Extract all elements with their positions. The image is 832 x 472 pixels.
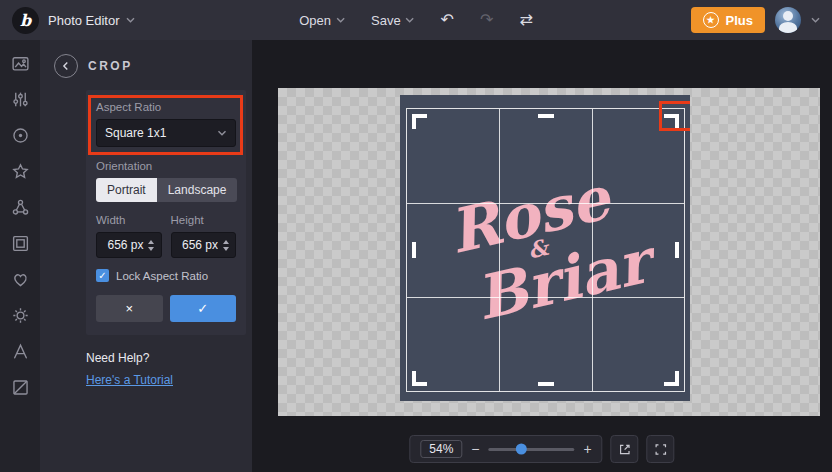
crop-handle-top[interactable] bbox=[538, 114, 554, 118]
checkmark-icon: ✓ bbox=[197, 301, 208, 316]
width-input[interactable] bbox=[97, 238, 147, 252]
zoom-out-button[interactable]: − bbox=[471, 442, 479, 456]
crop-gridline bbox=[407, 203, 684, 204]
dimensions-row: Width Height bbox=[96, 214, 236, 258]
open-label: Open bbox=[299, 13, 331, 28]
crop-handle-right[interactable] bbox=[675, 242, 679, 258]
zoom-slider[interactable] bbox=[489, 448, 575, 451]
undo-icon[interactable]: ↶ bbox=[441, 12, 454, 28]
stepper-up-icon[interactable] bbox=[223, 240, 229, 244]
orientation-landscape-button[interactable]: Landscape bbox=[157, 178, 238, 202]
crop-gridline bbox=[407, 297, 684, 298]
graphics-nodes-icon[interactable] bbox=[11, 198, 30, 217]
avatar[interactable] bbox=[775, 7, 801, 33]
transparency-checkerboard: Rose & Briar bbox=[278, 88, 820, 416]
check-icon: ✓ bbox=[98, 270, 106, 281]
edit-photo-icon[interactable] bbox=[11, 54, 30, 73]
crop-settings-card: Aspect Ratio Square 1x1 Orientation Port… bbox=[86, 90, 246, 335]
overlays-icon[interactable] bbox=[11, 378, 30, 397]
redo-icon[interactable]: ↷ bbox=[480, 12, 493, 28]
fit-screen-icon bbox=[653, 442, 668, 457]
aspect-ratio-dropdown[interactable]: Square 1x1 bbox=[96, 119, 236, 147]
photo-layer: Rose & Briar bbox=[400, 95, 690, 401]
apply-crop-button[interactable]: ✓ bbox=[170, 295, 237, 322]
crop-handle-top-right[interactable] bbox=[664, 114, 679, 129]
befunky-logo: b bbox=[12, 7, 39, 34]
orientation-portrait-button[interactable]: Portrait bbox=[96, 178, 157, 202]
save-menu[interactable]: Save bbox=[371, 13, 415, 28]
crop-handle-bottom[interactable] bbox=[538, 382, 554, 386]
touchup-icon[interactable] bbox=[11, 126, 30, 145]
panel-title: CROP bbox=[88, 59, 133, 73]
orientation-segmented-control: Portrait Landscape bbox=[96, 178, 237, 202]
width-label: Width bbox=[96, 214, 162, 226]
crop-gridline bbox=[499, 109, 500, 391]
stepper-up-icon[interactable] bbox=[148, 240, 154, 244]
tutorial-link[interactable]: Here's a Tutorial bbox=[86, 373, 173, 387]
textures-gear-icon[interactable] bbox=[11, 306, 30, 325]
effects-star-icon[interactable] bbox=[11, 162, 30, 181]
orientation-section: Orientation Portrait Landscape bbox=[96, 160, 236, 202]
open-in-full-icon bbox=[617, 442, 632, 457]
topbar: b Photo Editor Open Save ↶ ↷ ⇄ bbox=[0, 0, 832, 40]
frames-icon[interactable] bbox=[11, 234, 30, 253]
tool-rail bbox=[0, 40, 40, 472]
orientation-label: Orientation bbox=[96, 160, 236, 172]
panel-header: CROP bbox=[40, 54, 252, 78]
crop-handle-top-left[interactable] bbox=[412, 114, 427, 129]
star-glyph: ★ bbox=[706, 15, 714, 25]
crop-box[interactable] bbox=[406, 108, 685, 392]
revert-icon[interactable]: ⇄ bbox=[519, 12, 532, 28]
photo-editor-app: b Photo Editor Open Save ↶ ↷ ⇄ bbox=[0, 0, 832, 472]
cancel-crop-button[interactable]: × bbox=[96, 295, 163, 322]
main-body: CROP Aspect Ratio Square 1x1 Orientation bbox=[0, 40, 832, 472]
adjust-sliders-icon[interactable] bbox=[11, 90, 30, 109]
close-icon: × bbox=[125, 301, 133, 316]
height-field-group: Height bbox=[171, 214, 237, 258]
width-field-group: Width bbox=[96, 214, 162, 258]
star-icon: ★ bbox=[703, 12, 719, 28]
lock-aspect-ratio-label: Lock Aspect Ratio bbox=[116, 270, 208, 282]
width-stepper[interactable] bbox=[147, 240, 161, 251]
fullscreen-button[interactable] bbox=[611, 435, 639, 463]
height-input-box bbox=[171, 232, 237, 258]
lock-aspect-ratio-checkbox[interactable]: ✓ bbox=[96, 269, 109, 282]
back-button[interactable] bbox=[54, 54, 78, 78]
crop-panel: CROP Aspect Ratio Square 1x1 Orientation bbox=[40, 40, 252, 472]
open-menu[interactable]: Open bbox=[299, 13, 345, 28]
zoom-slider-knob[interactable] bbox=[516, 444, 527, 455]
zoom-controls: 54% − + bbox=[409, 435, 602, 463]
chevron-down-icon bbox=[406, 17, 415, 23]
chevron-down-icon[interactable] bbox=[811, 17, 820, 23]
text-tool-icon[interactable] bbox=[11, 342, 30, 361]
help-heading: Need Help? bbox=[86, 351, 246, 365]
canvas-area: Rose & Briar bbox=[252, 40, 832, 472]
height-label: Height bbox=[171, 214, 237, 226]
crop-handle-left[interactable] bbox=[412, 242, 416, 258]
fit-to-screen-button[interactable] bbox=[647, 435, 675, 463]
plus-upgrade-button[interactable]: ★ Plus bbox=[691, 7, 765, 33]
chevron-down-icon bbox=[217, 130, 227, 136]
app-menu-label: Photo Editor bbox=[48, 13, 120, 28]
zoom-level-input[interactable]: 54% bbox=[420, 440, 462, 458]
favorites-heart-icon[interactable] bbox=[11, 270, 30, 289]
save-label: Save bbox=[371, 13, 401, 28]
stepper-down-icon[interactable] bbox=[148, 247, 154, 251]
lock-aspect-ratio-row[interactable]: ✓ Lock Aspect Ratio bbox=[96, 269, 236, 282]
help-section: Need Help? Here's a Tutorial bbox=[86, 351, 246, 388]
topbar-right: ★ Plus bbox=[691, 7, 820, 33]
crop-handle-bottom-left[interactable] bbox=[412, 371, 427, 386]
height-input[interactable] bbox=[172, 238, 222, 252]
width-input-box bbox=[96, 232, 162, 258]
height-stepper[interactable] bbox=[221, 240, 235, 251]
chevron-down-icon bbox=[336, 17, 345, 23]
crop-gridline bbox=[592, 109, 593, 391]
zoom-in-button[interactable]: + bbox=[584, 442, 592, 456]
aspect-ratio-value: Square 1x1 bbox=[105, 126, 166, 140]
app-menu[interactable]: Photo Editor bbox=[48, 13, 135, 28]
aspect-ratio-label: Aspect Ratio bbox=[96, 101, 236, 113]
plus-label: Plus bbox=[726, 13, 753, 28]
crop-handle-bottom-right[interactable] bbox=[664, 371, 679, 386]
crop-actions: × ✓ bbox=[96, 295, 236, 322]
stepper-down-icon[interactable] bbox=[223, 247, 229, 251]
